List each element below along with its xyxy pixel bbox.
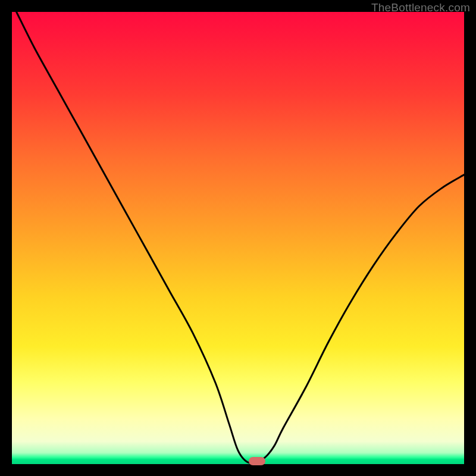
plot-area (12, 12, 464, 464)
optimal-point-marker (249, 457, 265, 465)
chart-container: TheBottleneck.com (0, 0, 476, 476)
bottleneck-curve (17, 12, 464, 463)
curve-svg (12, 12, 464, 464)
